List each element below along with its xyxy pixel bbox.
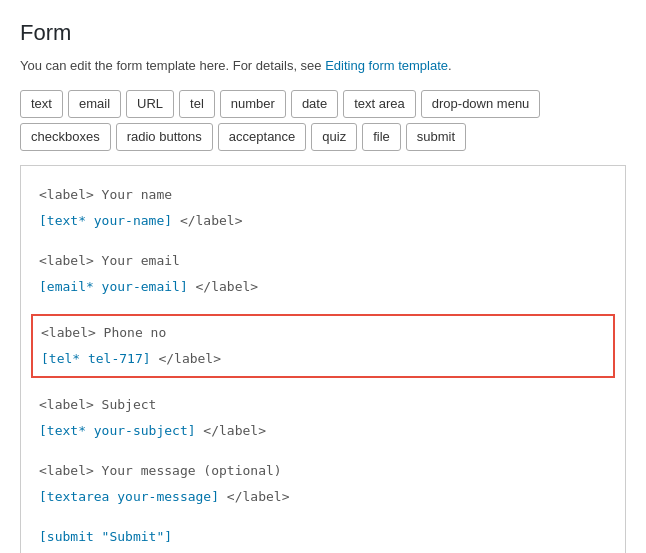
subject-block: <label> Subject [text* your-subject] </l… [39,392,607,444]
tag-button-text[interactable]: text [20,90,63,118]
page-title: Form [20,20,626,46]
tag-button-radio-buttons[interactable]: radio buttons [116,123,213,151]
tag-button-tel[interactable]: tel [179,90,215,118]
description-text: You can edit the form template here. For… [20,56,626,76]
tag-button-drop-down-menu[interactable]: drop-down menu [421,90,541,118]
form-editor[interactable]: <label> Your name [text* your-name] </la… [20,165,626,553]
email-block: <label> Your email [email* your-email] <… [39,248,607,300]
tag-buttons-container: textemailURLtelnumberdatetext areadrop-d… [20,90,626,151]
phone-block: <label> Phone no[tel* tel-717] </label> [31,314,615,378]
tag-button-URL[interactable]: URL [126,90,174,118]
tag-button-date[interactable]: date [291,90,338,118]
submit-block: [submit "Submit"] [39,524,607,550]
tag-button-checkboxes[interactable]: checkboxes [20,123,111,151]
tag-button-submit[interactable]: submit [406,123,466,151]
tag-button-quiz[interactable]: quiz [311,123,357,151]
tag-button-text-area[interactable]: text area [343,90,416,118]
editing-form-template-link[interactable]: Editing form template [325,58,448,73]
name-block: <label> Your name [text* your-name] </la… [39,182,607,234]
tag-button-number[interactable]: number [220,90,286,118]
tag-button-email[interactable]: email [68,90,121,118]
tag-button-file[interactable]: file [362,123,401,151]
message-block: <label> Your message (optional) [textare… [39,458,607,510]
tag-button-acceptance[interactable]: acceptance [218,123,307,151]
